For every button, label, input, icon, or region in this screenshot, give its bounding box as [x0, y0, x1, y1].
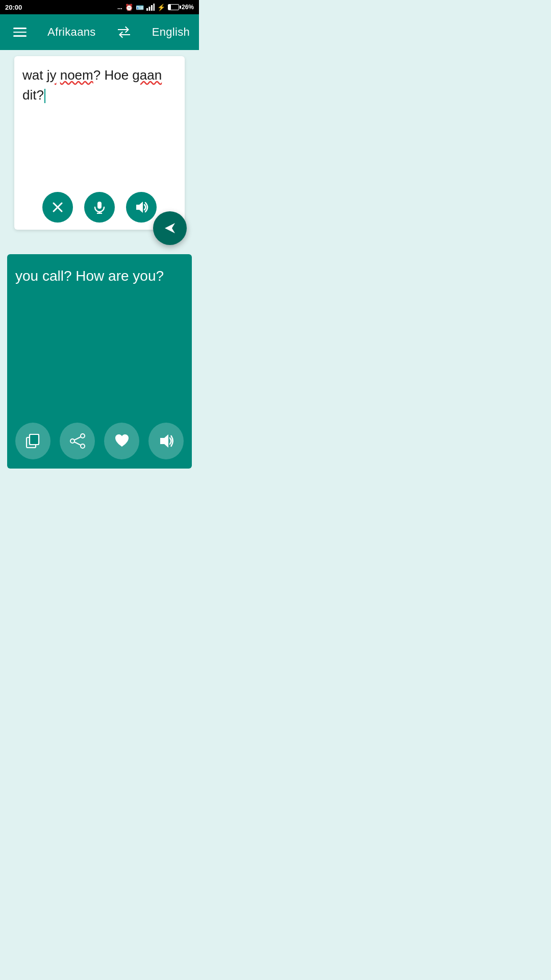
signal-dots: ... [117, 4, 122, 11]
charging-icon: ⚡ [157, 4, 165, 11]
favorite-button[interactable] [104, 423, 139, 459]
input-section[interactable]: wat jy noem? Hoe gaan dit? [14, 56, 185, 230]
svg-point-15 [81, 434, 85, 438]
input-speaker-button[interactable] [126, 192, 157, 223]
svg-rect-13 [30, 435, 38, 444]
menu-button[interactable] [9, 23, 31, 41]
alarm-icon: ⏰ [125, 4, 133, 11]
output-controls [15, 423, 184, 459]
swap-languages-button[interactable] [113, 22, 135, 42]
svg-marker-10 [165, 223, 175, 233]
input-text[interactable]: wat jy noem? Hoe gaan dit? [22, 65, 177, 183]
target-language-label[interactable]: English [152, 26, 190, 39]
svg-rect-1 [148, 7, 150, 11]
svg-marker-9 [136, 202, 143, 213]
battery-percent: 26% [182, 4, 194, 11]
underlined-word-noem: noem [60, 67, 93, 83]
sim-icon: 🪪 [136, 4, 144, 11]
share-button[interactable] [60, 423, 95, 459]
copy-button[interactable] [15, 423, 51, 459]
output-section: you call? How are you? [7, 254, 192, 469]
translate-fab-button[interactable] [153, 211, 187, 245]
header: Afrikaans English [0, 14, 199, 50]
microphone-button[interactable] [84, 192, 115, 223]
status-bar: 20:00 ... ⏰ 🪪 ⚡ 26% [0, 0, 199, 14]
signal-icon [146, 4, 155, 11]
svg-point-16 [70, 439, 74, 443]
svg-rect-3 [153, 4, 155, 11]
svg-rect-2 [151, 5, 153, 11]
output-speaker-button[interactable] [148, 423, 184, 459]
status-icons: ... ⏰ 🪪 ⚡ 26% [117, 4, 194, 11]
svg-rect-0 [146, 8, 148, 11]
output-text: you call? How are you? [15, 265, 184, 413]
status-time: 20:00 [5, 4, 22, 11]
svg-rect-6 [97, 202, 102, 209]
svg-marker-20 [160, 434, 168, 448]
underlined-word-jy: jy [47, 67, 57, 83]
svg-line-19 [74, 442, 81, 445]
svg-point-17 [81, 444, 85, 448]
battery-icon [168, 4, 179, 10]
source-language-label[interactable]: Afrikaans [47, 26, 95, 39]
clear-button[interactable] [42, 192, 73, 223]
svg-line-18 [74, 437, 81, 440]
underlined-word-gaan: gaan [132, 67, 162, 83]
input-controls [22, 192, 177, 223]
text-cursor [44, 89, 45, 103]
